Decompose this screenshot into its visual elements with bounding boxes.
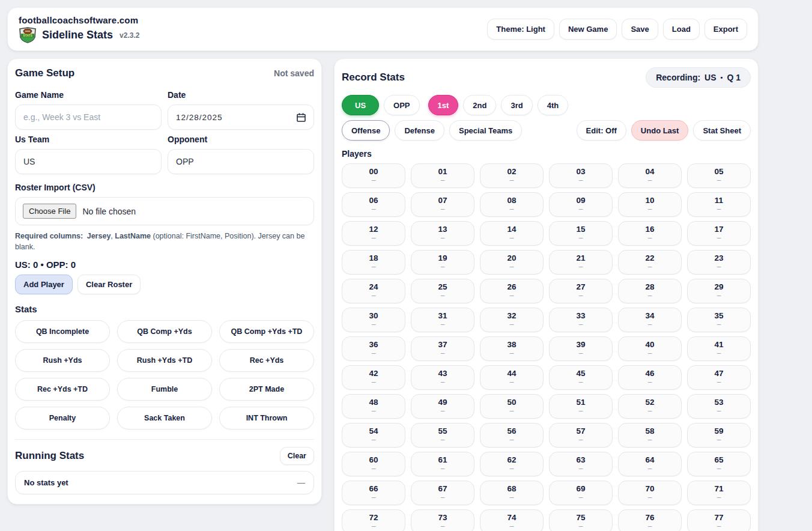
player-card[interactable]: 75 – [549,509,613,531]
player-card[interactable]: 57 – [549,423,613,448]
player-card[interactable]: 44 – [480,365,544,390]
player-card[interactable]: 49 – [411,394,474,419]
player-card[interactable]: 77 – [687,509,751,531]
unit-toggle[interactable]: Defense [395,120,444,141]
player-card[interactable]: 67 – [411,481,474,505]
player-card[interactable]: 38 – [480,336,544,361]
unit-toggle[interactable]: Offense [342,120,390,141]
player-card[interactable]: 63 – [549,452,613,476]
player-card[interactable]: 59 – [687,423,751,448]
topbar-button[interactable]: Theme: Light [487,19,554,40]
player-card[interactable]: 34 – [618,308,682,332]
record-action-button[interactable]: Edit: Off [577,120,626,141]
topbar-button[interactable]: Load [663,19,700,40]
add-player-button[interactable]: Add Player [15,275,73,294]
player-card[interactable]: 04 – [618,163,682,188]
player-card[interactable]: 14 – [480,221,544,246]
stat-button[interactable]: QB Comp +Yds +TD [219,320,314,343]
player-card[interactable]: 13 – [411,221,474,246]
clear-running-stats-button[interactable]: Clear [280,447,314,465]
player-card[interactable]: 45 – [549,365,613,390]
player-card[interactable]: 31 – [411,308,474,332]
stat-button[interactable]: INT Thrown [219,407,314,429]
player-card[interactable]: 48 – [342,394,405,419]
roster-file-input[interactable]: Choose File No file chosen [15,197,314,225]
player-card[interactable]: 39 – [549,336,613,361]
player-card[interactable]: 36 – [342,336,405,361]
stat-button[interactable]: QB Comp +Yds [117,320,212,343]
player-card[interactable]: 69 – [549,481,613,505]
player-card[interactable]: 22 – [618,250,682,275]
team-toggle[interactable]: US [342,95,379,115]
player-card[interactable]: 50 – [480,394,544,419]
player-card[interactable]: 28 – [618,279,682,303]
player-card[interactable]: 62 – [480,452,544,476]
player-card[interactable]: 11 – [687,192,751,217]
player-card[interactable]: 74 – [480,509,544,531]
player-card[interactable]: 61 – [411,452,474,476]
player-card[interactable]: 70 – [618,481,682,505]
player-card[interactable]: 37 – [411,336,474,361]
topbar-button[interactable]: Save [622,19,658,40]
player-card[interactable]: 00 – [342,163,405,188]
player-card[interactable]: 08 – [480,192,544,217]
player-card[interactable]: 24 – [342,279,405,303]
stat-button[interactable]: Rec +Yds [219,349,314,372]
player-card[interactable]: 23 – [687,250,751,275]
player-card[interactable]: 72 – [342,509,405,531]
player-card[interactable]: 58 – [618,423,682,448]
us-team-input[interactable] [15,149,162,174]
player-card[interactable]: 68 – [480,481,544,505]
player-card[interactable]: 41 – [687,336,751,361]
player-card[interactable]: 30 – [342,308,405,332]
player-card[interactable]: 01 – [411,163,474,188]
date-input[interactable]: 12/28/2025 [168,105,314,130]
player-card[interactable]: 54 – [342,423,405,448]
player-card[interactable]: 76 – [618,509,682,531]
quarter-toggle[interactable]: 2nd [463,95,496,115]
stat-button[interactable]: Rush +Yds [15,349,110,372]
player-card[interactable]: 25 – [411,279,474,303]
quarter-toggle[interactable]: 3rd [501,95,532,115]
opponent-input[interactable] [168,149,314,174]
player-card[interactable]: 40 – [618,336,682,361]
player-card[interactable]: 52 – [618,394,682,419]
player-card[interactable]: 47 – [687,365,751,390]
player-card[interactable]: 55 – [411,423,474,448]
team-toggle[interactable]: OPP [384,95,419,115]
player-card[interactable]: 02 – [480,163,544,188]
player-card[interactable]: 35 – [687,308,751,332]
choose-file-button[interactable]: Choose File [23,204,76,219]
player-card[interactable]: 42 – [342,365,405,390]
stat-button[interactable]: Sack Taken [117,407,212,429]
player-card[interactable]: 09 – [549,192,613,217]
player-card[interactable]: 12 – [342,221,405,246]
player-card[interactable]: 60 – [342,452,405,476]
player-card[interactable]: 26 – [480,279,544,303]
player-card[interactable]: 43 – [411,365,474,390]
player-card[interactable]: 17 – [687,221,751,246]
stat-button[interactable]: Fumble [117,378,212,401]
calendar-icon[interactable] [297,113,306,122]
topbar-button[interactable]: Export [704,19,747,40]
clear-roster-button[interactable]: Clear Roster [77,275,141,294]
topbar-button[interactable]: New Game [559,19,617,40]
player-card[interactable]: 21 – [549,250,613,275]
player-card[interactable]: 66 – [342,481,405,505]
stat-button[interactable]: Rush +Yds +TD [117,349,212,372]
player-card[interactable]: 18 – [342,250,405,275]
record-action-button[interactable]: Stat Sheet [693,120,751,141]
player-card[interactable]: 73 – [411,509,474,531]
stat-button[interactable]: Rec +Yds +TD [15,378,110,401]
player-card[interactable]: 16 – [618,221,682,246]
player-card[interactable]: 15 – [549,221,613,246]
player-card[interactable]: 32 – [480,308,544,332]
player-card[interactable]: 19 – [411,250,474,275]
player-card[interactable]: 46 – [618,365,682,390]
record-action-button[interactable]: Undo Last [631,120,689,141]
player-card[interactable]: 03 – [549,163,613,188]
player-card[interactable]: 10 – [618,192,682,217]
player-card[interactable]: 65 – [687,452,751,476]
player-card[interactable]: 51 – [549,394,613,419]
unit-toggle[interactable]: Special Teams [449,120,522,141]
